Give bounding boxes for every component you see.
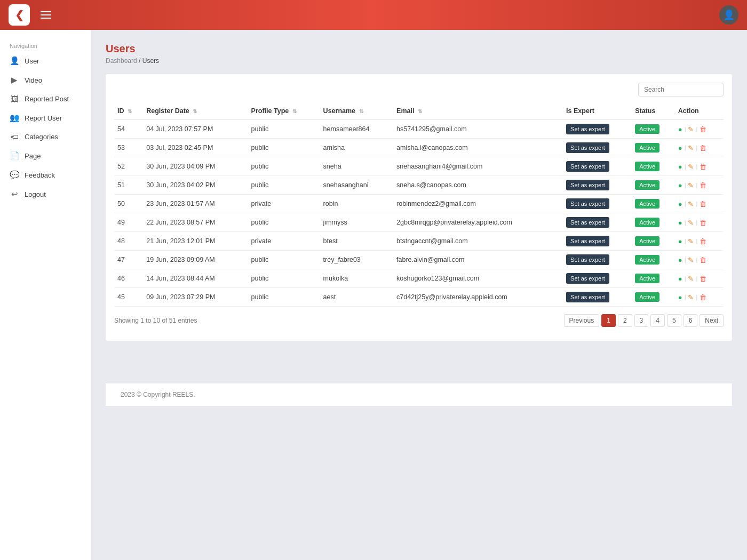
set-expert-button[interactable]: Set as expert	[566, 292, 609, 302]
sidebar-item-feedback[interactable]: 💬 Feedback	[0, 165, 91, 185]
cell-status: Active	[632, 251, 675, 269]
sort-username-icon[interactable]: ⇅	[359, 108, 363, 114]
avatar[interactable]: 👤	[719, 5, 738, 25]
set-expert-button[interactable]: Set as expert	[566, 254, 609, 265]
sidebar-item-report-user[interactable]: 👥 Report User	[0, 108, 91, 127]
col-email: Email ⇅	[393, 103, 563, 119]
table-footer: Showing 1 to 10 of 51 entries Previous 1…	[114, 314, 724, 327]
view-icon[interactable]: ●	[678, 256, 682, 264]
view-icon[interactable]: ●	[678, 125, 682, 133]
view-icon[interactable]: ●	[678, 275, 682, 283]
edit-icon[interactable]: ✎	[688, 163, 694, 171]
status-badge: Active	[635, 292, 659, 302]
cell-username: amisha	[320, 139, 393, 157]
cell-profile: private	[248, 195, 320, 213]
cell-email: koshugorko123@gmail.com	[393, 269, 563, 288]
edit-icon[interactable]: ✎	[688, 219, 694, 227]
pagination-next[interactable]: Next	[700, 314, 724, 327]
sort-date-icon[interactable]: ⇅	[193, 108, 197, 114]
edit-icon[interactable]: ✎	[688, 200, 694, 208]
pagination-prev[interactable]: Previous	[564, 314, 600, 327]
search-input[interactable]	[638, 83, 724, 97]
edit-icon[interactable]: ✎	[688, 144, 694, 152]
status-badge: Active	[635, 236, 659, 246]
pagination-page-4[interactable]: 4	[650, 314, 665, 327]
pagination-page-5[interactable]: 5	[667, 314, 681, 327]
cell-profile: public	[248, 139, 320, 157]
pagination-page-6[interactable]: 6	[684, 314, 698, 327]
pagination-page-2[interactable]: 2	[618, 314, 632, 327]
set-expert-button[interactable]: Set as expert	[566, 161, 609, 172]
pagination-page-3[interactable]: 3	[634, 314, 649, 327]
cell-expert: Set as expert	[563, 251, 632, 269]
delete-icon[interactable]: 🗑	[700, 125, 706, 133]
status-badge: Active	[635, 218, 659, 227]
sidebar-item-user[interactable]: 👤 User	[0, 51, 91, 70]
delete-icon[interactable]: 🗑	[700, 256, 706, 264]
cell-expert: Set as expert	[563, 288, 632, 307]
cell-email: hs5741295@gmail.com	[393, 119, 563, 139]
set-expert-button[interactable]: Set as expert	[566, 198, 609, 209]
set-expert-button[interactable]: Set as expert	[566, 236, 609, 246]
view-icon[interactable]: ●	[678, 200, 682, 208]
table-row: 54 04 Jul, 2023 07:57 PM public hemsamee…	[114, 119, 724, 139]
table-row: 45 09 Jun, 2023 07:29 PM public aest c7d…	[114, 288, 724, 307]
edit-icon[interactable]: ✎	[688, 275, 694, 283]
reported-post-icon: 🖼	[10, 94, 19, 103]
page-icon: 📄	[10, 151, 19, 161]
cell-email: amisha.i@canopas.com	[393, 139, 563, 157]
cell-id: 51	[114, 176, 143, 195]
edit-icon[interactable]: ✎	[688, 125, 694, 133]
logo[interactable]: ❮	[9, 4, 30, 26]
delete-icon[interactable]: 🗑	[700, 275, 706, 283]
sidebar-item-reported-post[interactable]: 🖼 Reported Post	[0, 90, 91, 108]
delete-icon[interactable]: 🗑	[700, 200, 706, 208]
cell-date: 30 Jun, 2023 04:09 PM	[143, 157, 248, 176]
delete-icon[interactable]: 🗑	[700, 219, 706, 227]
sidebar-item-categories[interactable]: 🏷 Categories	[0, 127, 91, 146]
cell-action: ● | ✎ | 🗑	[675, 119, 724, 139]
delete-icon[interactable]: 🗑	[700, 163, 706, 171]
edit-icon[interactable]: ✎	[688, 293, 694, 301]
cell-id: 54	[114, 119, 143, 139]
cell-expert: Set as expert	[563, 195, 632, 213]
edit-icon[interactable]: ✎	[688, 237, 694, 245]
edit-icon[interactable]: ✎	[688, 181, 694, 189]
pagination-page-1[interactable]: 1	[601, 314, 616, 327]
view-icon[interactable]: ●	[678, 237, 682, 245]
cell-profile: public	[248, 288, 320, 307]
sidebar-item-page[interactable]: 📄 Page	[0, 146, 91, 165]
view-icon[interactable]: ●	[678, 144, 682, 152]
set-expert-button[interactable]: Set as expert	[566, 217, 609, 228]
table-header: ID ⇅ Register Date ⇅ Profile Type ⇅ User…	[114, 103, 724, 119]
cell-date: 23 Jun, 2023 01:57 AM	[143, 195, 248, 213]
breadcrumb-home[interactable]: Dashboard	[106, 57, 137, 65]
cell-profile: private	[248, 232, 320, 251]
sort-id-icon[interactable]: ⇅	[128, 108, 132, 114]
view-icon[interactable]: ●	[678, 163, 682, 171]
sort-email-icon[interactable]: ⇅	[418, 108, 422, 114]
table-row: 50 23 Jun, 2023 01:57 AM private robin r…	[114, 195, 724, 213]
cell-id: 50	[114, 195, 143, 213]
sidebar-item-video[interactable]: ▶ Video	[0, 70, 91, 90]
view-icon[interactable]: ●	[678, 293, 682, 301]
sidebar-item-logout[interactable]: ↩ Logout	[0, 185, 91, 204]
set-expert-button[interactable]: Set as expert	[566, 124, 609, 134]
set-expert-button[interactable]: Set as expert	[566, 142, 609, 153]
set-expert-button[interactable]: Set as expert	[566, 273, 609, 284]
set-expert-button[interactable]: Set as expert	[566, 180, 609, 190]
delete-icon[interactable]: 🗑	[700, 181, 706, 189]
cell-action: ● | ✎ | 🗑	[675, 232, 724, 251]
delete-icon[interactable]: 🗑	[700, 144, 706, 152]
view-icon[interactable]: ●	[678, 219, 682, 227]
col-profile-type: Profile Type ⇅	[248, 103, 320, 119]
col-action: Action	[675, 103, 724, 119]
delete-icon[interactable]: 🗑	[700, 237, 706, 245]
edit-icon[interactable]: ✎	[688, 256, 694, 264]
delete-icon[interactable]: 🗑	[700, 293, 706, 301]
sort-profile-icon[interactable]: ⇅	[292, 108, 297, 114]
cell-username: trey_fabre03	[320, 251, 393, 269]
view-icon[interactable]: ●	[678, 181, 682, 189]
hamburger-button[interactable]	[41, 11, 51, 19]
status-badge: Active	[635, 162, 659, 171]
